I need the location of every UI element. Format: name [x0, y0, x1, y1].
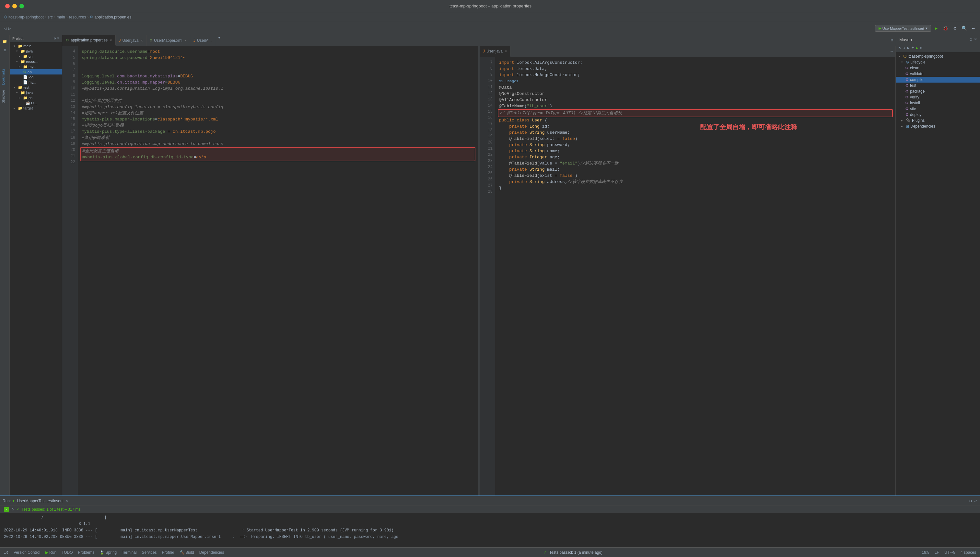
- profiler-btn[interactable]: Profiler: [162, 550, 174, 555]
- minimize-button[interactable]: [12, 4, 17, 8]
- tree-cn-folder[interactable]: ▸ 📁 cn: [10, 54, 62, 59]
- more-tabs-icon[interactable]: ⋯: [890, 49, 893, 54]
- maven-plus-icon[interactable]: +: [911, 46, 914, 50]
- run-button[interactable]: ▶: [934, 24, 939, 33]
- tree-target[interactable]: ▸ 📁 target: [10, 106, 62, 111]
- structure-toggle[interactable]: ≡: [1, 47, 9, 54]
- run-btn[interactable]: ▶ Run: [46, 550, 56, 555]
- run-config-name[interactable]: UserMapperTest.testInsert: [17, 499, 63, 503]
- maven-lifecycle[interactable]: ▾ ⊙ Lifecycle: [896, 59, 980, 65]
- tab-close-btn[interactable]: ×: [505, 49, 507, 53]
- tab-overflow-btn[interactable]: ▾: [215, 35, 223, 46]
- maven-deploy[interactable]: ⚙ deploy: [896, 112, 980, 117]
- close-run-tab[interactable]: ×: [66, 499, 68, 503]
- maven-plugins[interactable]: ▸ 🔌 Plugins: [896, 117, 980, 124]
- expand-icon[interactable]: ⤢: [974, 498, 977, 503]
- java-code-content[interactable]: 7891011 1213141516 1718192021 2223242526…: [480, 57, 895, 537]
- maven-verify[interactable]: ⚙ verify: [896, 94, 980, 100]
- nav-back-icon[interactable]: ◁: [4, 26, 7, 31]
- git-icon[interactable]: ⎇: [4, 550, 8, 555]
- bottom-panel-actions: ⚙ ⤢: [969, 498, 977, 503]
- maven-validate[interactable]: ⚙ validate: [896, 71, 980, 77]
- tab-usermapper-xml[interactable]: X UserMapper.xml ×: [147, 35, 190, 46]
- more-icon[interactable]: ⋯: [971, 24, 976, 33]
- tree-user-mapper-test[interactable]: ☕ U...: [10, 100, 62, 106]
- maven-download-icon[interactable]: ⬇: [903, 46, 905, 50]
- expand-icon: ▸: [14, 107, 17, 110]
- terminal-btn[interactable]: Terminal: [122, 550, 136, 555]
- code-line: #禁用驼峰映射: [82, 135, 478, 141]
- indent-indicator[interactable]: 4 spaces: [960, 550, 976, 555]
- maven-test[interactable]: ⚙ test: [896, 83, 980, 88]
- maven-run-icon[interactable]: ▶: [907, 46, 909, 50]
- project-label: Project: [12, 37, 23, 41]
- maven-package[interactable]: ⚙ package: [896, 88, 980, 94]
- expand-icon: ▸: [19, 65, 22, 68]
- breadcrumb-item-4[interactable]: resources: [69, 15, 86, 20]
- dependencies-btn[interactable]: Dependencies: [199, 550, 224, 555]
- maven-compile[interactable]: ⚙ compile: [896, 77, 980, 83]
- editor-split-btn[interactable]: ⊟: [891, 38, 893, 43]
- maximize-button[interactable]: [20, 4, 24, 8]
- spring-btn[interactable]: 🍃 Spring: [100, 550, 117, 555]
- search-icon[interactable]: 🔍: [960, 24, 969, 33]
- maven-site[interactable]: ⚙ site: [896, 106, 980, 112]
- services-btn[interactable]: Services: [142, 550, 157, 555]
- tree-cn2[interactable]: ▸ 📁 cn: [10, 95, 62, 100]
- tab-userm[interactable]: J UserM...: [190, 35, 215, 46]
- maven-skip-icon[interactable]: ⊘: [920, 46, 922, 50]
- tab-user-java-right[interactable]: J User.java ×: [480, 46, 510, 57]
- tab-close-btn[interactable]: ×: [141, 39, 143, 42]
- maven-label: deploy: [910, 112, 921, 117]
- run-again-icon[interactable]: ↻: [11, 507, 14, 511]
- tab-close-btn[interactable]: ×: [110, 38, 112, 42]
- tree-test-java[interactable]: ▾ 📁 java: [10, 90, 62, 95]
- maven-run-btn[interactable]: ▶: [916, 46, 918, 50]
- tree-main-folder[interactable]: ▾ 📁 main: [10, 43, 62, 49]
- props-code-content[interactable]: 45678 910111213 1415161718 19202122 spri…: [62, 46, 478, 537]
- build-btn[interactable]: 🔨 Build: [180, 550, 194, 555]
- maven-close-icon[interactable]: ×: [974, 37, 977, 42]
- tab-application-props[interactable]: ⚙ application.properties ×: [62, 35, 116, 46]
- gear-icon: ⚙: [905, 112, 909, 117]
- close-button[interactable]: [5, 4, 10, 8]
- tree-resources-folder[interactable]: ▾ 📁 resou...: [10, 59, 62, 64]
- breadcrumb-item-3[interactable]: main: [57, 15, 65, 20]
- debug-button[interactable]: 🐞: [941, 24, 949, 33]
- maven-clean[interactable]: ⚙ clean: [896, 65, 980, 71]
- project-panel-toggle[interactable]: 📁: [1, 37, 9, 46]
- tree-my[interactable]: 📄 my...: [10, 80, 62, 85]
- problems-btn[interactable]: Problems: [78, 550, 95, 555]
- maven-dependencies[interactable]: ▸ ⊞ Dependencies: [896, 124, 980, 129]
- tree-log[interactable]: 📄 log...: [10, 75, 62, 80]
- panel-settings-icon[interactable]: ⚙: [54, 36, 56, 41]
- maven-install[interactable]: ⚙ install: [896, 100, 980, 106]
- run-config-selector[interactable]: ▶ UserMapperTest.testInsert ▾: [875, 25, 931, 32]
- breadcrumb-item-1[interactable]: itcast-mp-springboot: [8, 15, 44, 20]
- line-ending-indicator[interactable]: LF: [934, 550, 939, 555]
- tree-java-folder[interactable]: ▾ 📁 java: [10, 49, 62, 54]
- version-control-btn[interactable]: Version Control: [14, 550, 40, 555]
- encoding-indicator[interactable]: UTF-8: [944, 550, 956, 555]
- todo-btn[interactable]: TODO: [62, 550, 73, 555]
- tab-user-java[interactable]: J User.java ×: [116, 35, 147, 46]
- tree-mybatis-folder[interactable]: ▸ 📁 my...: [10, 64, 62, 69]
- maven-project[interactable]: ▾ ⬡ itcast-mp-springboot: [896, 54, 980, 59]
- bookmarks-btn[interactable]: Bookmarks: [1, 67, 6, 86]
- tree-app-props[interactable]: ⚙ ap...: [10, 69, 62, 75]
- breadcrumb-item-2[interactable]: src: [47, 15, 53, 20]
- tree-test-folder[interactable]: ▾ 📁 test: [10, 85, 62, 90]
- tab-close-btn[interactable]: ×: [185, 39, 186, 42]
- settings-icon[interactable]: ⚙: [952, 24, 957, 33]
- maven-refresh-icon[interactable]: ↻: [899, 46, 901, 50]
- folder-icon: 📁: [20, 49, 25, 54]
- maven-settings-icon[interactable]: ⚙: [970, 37, 972, 42]
- settings-icon[interactable]: ⚙: [969, 498, 972, 503]
- position-indicator[interactable]: 18:8: [922, 550, 929, 555]
- breadcrumb-item-5[interactable]: application.properties: [94, 15, 131, 20]
- code-line: #指定Mapper.xml配置文件位置: [82, 110, 478, 116]
- gear-icon: ⚙: [905, 77, 909, 82]
- structure-side-btn[interactable]: Structure: [1, 89, 6, 104]
- nav-forward-icon[interactable]: ▷: [8, 26, 11, 31]
- panel-close-icon[interactable]: ×: [57, 36, 59, 41]
